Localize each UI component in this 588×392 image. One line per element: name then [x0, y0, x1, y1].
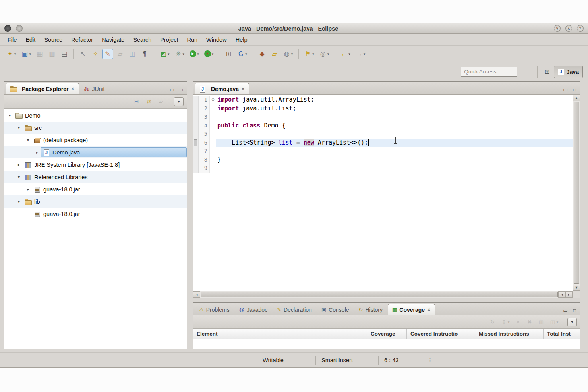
forward-button[interactable]: →▾ [354, 49, 368, 59]
code-text[interactable]: import java.util.List; [216, 104, 573, 113]
horizontal-scrollbar-thumb[interactable] [201, 292, 558, 297]
scroll-left-icon[interactable]: ◂ [193, 291, 200, 298]
dropdown-arrow-icon[interactable]: ▾ [556, 320, 558, 324]
code-text[interactable] [216, 147, 573, 156]
external-tools-button[interactable]: ✳▾ [173, 49, 187, 59]
tree-item-guava-18-0-jar[interactable]: ▸guava-18.0.jar [4, 183, 187, 195]
coverage-last-launched-button[interactable]: ◩▾ [158, 49, 172, 59]
dropdown-arrow-icon[interactable]: ▾ [14, 52, 16, 56]
coverage-view-menu-icon[interactable]: ▾ [567, 318, 577, 326]
dropdown-arrow-icon[interactable]: ▾ [312, 52, 314, 56]
tree-item-guava-18-0-jar[interactable]: guava-18.0.jar [4, 208, 187, 220]
code-text[interactable] [216, 164, 573, 173]
search-button[interactable]: ◍▾ [281, 49, 295, 59]
maximize-view-icon[interactable]: □ [178, 87, 185, 94]
tree-item-src[interactable]: ▾src [4, 122, 187, 134]
close-icon[interactable]: × [241, 86, 245, 92]
column-header-coverage[interactable]: Coverage [367, 329, 407, 339]
scroll-down-icon[interactable]: ▼ [573, 284, 580, 291]
horizontal-scrollbar[interactable]: ◂ ◂ ▸ [193, 291, 573, 298]
window-close-icon[interactable]: × [577, 25, 584, 32]
print-button[interactable]: ▤ [59, 49, 70, 59]
code-text[interactable]: } [216, 156, 573, 164]
open-resource-button[interactable]: ▱ [269, 49, 280, 59]
minimize-view-icon[interactable]: ▭ [167, 87, 176, 94]
show-whitespace-button[interactable]: ¶ [139, 49, 150, 59]
maximize-bottom-icon[interactable]: □ [571, 308, 578, 315]
tree-item-demo-java[interactable]: ▸Demo.java [4, 146, 187, 158]
scroll-up-icon[interactable]: ▲ [573, 95, 580, 101]
minimize-bottom-icon[interactable]: ▭ [561, 308, 570, 315]
tab-history[interactable]: ↻History [354, 304, 387, 315]
window-secondary-icon[interactable] [16, 25, 23, 32]
tab-declaration[interactable]: ✎Declaration [273, 304, 316, 315]
format-brush-button[interactable]: ✎ [102, 49, 113, 59]
tree-item-default-package[interactable]: ▾(default package) [4, 134, 187, 146]
menu-search[interactable]: Search [129, 35, 155, 44]
twistie-icon[interactable]: ▸ [15, 162, 22, 167]
code-text[interactable]: public class Demo { [216, 122, 573, 130]
view-menu-icon[interactable]: ▾ [174, 97, 184, 106]
new-java-element-button[interactable]: ▣▾ [19, 49, 33, 59]
window-maximize-icon[interactable]: ∧ [565, 25, 572, 32]
tree-item-lib[interactable]: ▾lib [4, 195, 187, 208]
window-shade-icon[interactable]: ∨ [554, 25, 561, 32]
open-type-button[interactable]: G▾ [235, 49, 249, 59]
link-with-editor-button[interactable]: ⇄ [144, 97, 154, 107]
tree-item-demo[interactable]: ▾Demo [4, 109, 187, 122]
next-annotation-button[interactable]: ◎▾ [317, 49, 331, 59]
coverage-run-button[interactable]: ●▾ [202, 49, 216, 59]
twistie-icon[interactable]: ▸ [34, 150, 41, 154]
dropdown-arrow-icon[interactable]: ▾ [291, 52, 293, 56]
dropdown-arrow-icon[interactable]: ▾ [508, 320, 510, 324]
menu-project[interactable]: Project [156, 35, 182, 44]
dropdown-arrow-icon[interactable]: ▾ [348, 52, 350, 56]
menu-window[interactable]: Window [202, 35, 231, 44]
twistie-icon[interactable]: ▸ [25, 187, 31, 191]
menu-navigate[interactable]: Navigate [98, 35, 128, 44]
column-header-total-inst[interactable]: Total Inst [544, 329, 580, 339]
collapse-all-button[interactable]: ⊟ [132, 97, 141, 107]
back-button[interactable]: ←▾ [338, 49, 352, 59]
tab-coverage[interactable]: ▥Coverage× [388, 304, 435, 315]
vertical-scrollbar[interactable]: ▲ ▼ [573, 95, 580, 291]
twistie-icon[interactable]: ▾ [15, 199, 22, 204]
twistie-icon[interactable]: ▾ [25, 138, 31, 142]
fold-marker-icon[interactable]: ⊖ [210, 96, 216, 104]
tab-junit[interactable]: Ju JUnit [80, 83, 109, 94]
tab-problems[interactable]: ⚠Problems [195, 304, 234, 315]
twistie-icon[interactable]: ▾ [15, 126, 22, 130]
scroll-right-icon[interactable]: ▸ [565, 291, 573, 298]
code-editor[interactable]: 1⊖import java.util.ArrayList;2import jav… [193, 95, 573, 291]
tab-demo-java[interactable]: Demo.java × [195, 83, 249, 94]
dropdown-arrow-icon[interactable]: ▾ [197, 52, 199, 56]
menu-refactor[interactable]: Refactor [67, 35, 97, 44]
code-text[interactable]: import java.util.ArrayList; [216, 96, 573, 104]
column-header-covered-instructio[interactable]: Covered Instructio [407, 329, 475, 339]
twistie-icon[interactable]: ▾ [6, 113, 13, 118]
column-header-missed-instructions[interactable]: Missed Instructions [475, 329, 544, 339]
new-package-button[interactable]: ◆ [257, 49, 268, 59]
quick-access-box[interactable]: Quick Access [461, 67, 517, 77]
dropdown-arrow-icon[interactable]: ▾ [364, 52, 366, 56]
tab-javadoc[interactable]: @Javadoc [235, 304, 272, 315]
dropdown-arrow-icon[interactable]: ▾ [245, 52, 247, 56]
code-text[interactable] [216, 113, 573, 122]
close-icon[interactable]: × [427, 307, 431, 313]
mark-occurrences-button[interactable]: ↖ [77, 49, 89, 59]
twistie-icon[interactable]: ▾ [15, 175, 22, 179]
dropdown-arrow-icon[interactable]: ▾ [327, 52, 329, 56]
open-perspective-button[interactable]: ⊞ [541, 66, 554, 78]
menu-source[interactable]: Source [40, 35, 66, 44]
new-wizard-button[interactable]: ✦▾ [4, 49, 18, 59]
run-button[interactable]: ▶▾ [188, 49, 201, 59]
dropdown-arrow-icon[interactable]: ▾ [183, 52, 185, 56]
maximize-editor-icon[interactable]: □ [571, 87, 578, 94]
menu-file[interactable]: File [4, 35, 21, 44]
window-menu-icon[interactable] [4, 25, 11, 32]
tab-console[interactable]: ▣Console [317, 304, 354, 315]
scroll-left-2-icon[interactable]: ◂ [558, 291, 565, 298]
menu-edit[interactable]: Edit [21, 35, 39, 44]
last-edit-location-button[interactable]: ⚑▾ [302, 49, 316, 59]
dropdown-arrow-icon[interactable]: ▾ [29, 52, 31, 56]
